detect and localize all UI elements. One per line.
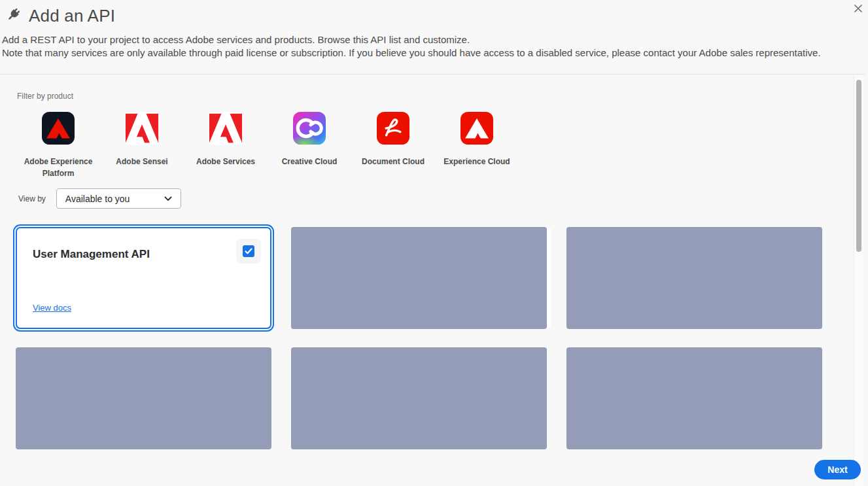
view-by-dropdown[interactable]: Available to you bbox=[56, 188, 181, 209]
product-filter-label: Document Cloud bbox=[362, 156, 425, 167]
view-docs-link[interactable]: View docs bbox=[33, 303, 71, 313]
dialog-description: Add a REST API to your project to access… bbox=[2, 33, 842, 46]
dialog-note: Note that many services are only availab… bbox=[2, 46, 842, 60]
view-by-label: View by bbox=[18, 194, 46, 203]
api-card-title: User Management API bbox=[33, 248, 150, 261]
product-filter-label: Adobe Experience Platform bbox=[22, 156, 95, 179]
adobe-experience-platform-icon bbox=[42, 112, 75, 145]
experience-cloud-icon bbox=[460, 112, 493, 145]
api-card-placeholder[interactable] bbox=[16, 347, 271, 449]
product-filter-experience-cloud[interactable]: Experience Cloud bbox=[435, 112, 519, 179]
filter-by-product-label: Filter by product bbox=[17, 92, 73, 101]
api-card-grid: User Management API View docs bbox=[16, 227, 822, 449]
scrollbar-thumb[interactable] bbox=[856, 80, 861, 252]
page-title: Add an API bbox=[29, 6, 115, 26]
scrollbar-track[interactable] bbox=[854, 75, 863, 486]
product-filter-document-cloud[interactable]: Document Cloud bbox=[351, 112, 435, 179]
product-filter-label: Experience Cloud bbox=[443, 156, 510, 167]
api-card-placeholder[interactable] bbox=[566, 347, 822, 449]
api-card-user-management[interactable]: User Management API View docs bbox=[16, 227, 271, 329]
view-by-selected-value: Available to you bbox=[65, 194, 130, 204]
product-filter-adobe-experience-platform[interactable]: Adobe Experience Platform bbox=[16, 112, 100, 179]
next-button[interactable]: Next bbox=[814, 460, 861, 479]
chevron-down-icon bbox=[164, 196, 172, 201]
product-filter-label: Adobe Services bbox=[196, 156, 255, 167]
creative-cloud-icon bbox=[293, 112, 326, 145]
header-divider bbox=[0, 74, 865, 75]
api-card-placeholder[interactable] bbox=[566, 227, 822, 329]
dialog-header: Add an API bbox=[5, 6, 115, 26]
api-card-placeholder[interactable] bbox=[291, 347, 547, 449]
product-filter-adobe-sensei[interactable]: Adobe Sensei bbox=[100, 112, 184, 179]
document-cloud-icon bbox=[377, 112, 409, 145]
close-button[interactable] bbox=[850, 1, 866, 17]
product-filter-row: Adobe Experience Platform Adobe Sensei A… bbox=[16, 112, 519, 179]
view-by-row: View by Available to you bbox=[18, 188, 181, 209]
check-icon bbox=[245, 245, 252, 257]
adobe-services-icon bbox=[209, 112, 242, 145]
api-card-placeholder[interactable] bbox=[291, 227, 547, 329]
product-filter-adobe-services[interactable]: Adobe Services bbox=[184, 112, 268, 179]
adobe-sensei-icon bbox=[126, 112, 158, 145]
api-checkbox-container bbox=[236, 239, 261, 264]
api-selected-checkbox[interactable] bbox=[243, 245, 254, 257]
close-icon bbox=[853, 3, 863, 16]
product-filter-creative-cloud[interactable]: Creative Cloud bbox=[268, 112, 351, 179]
plug-icon bbox=[5, 7, 22, 26]
product-filter-label: Creative Cloud bbox=[282, 156, 338, 167]
product-filter-label: Adobe Sensei bbox=[116, 156, 167, 167]
